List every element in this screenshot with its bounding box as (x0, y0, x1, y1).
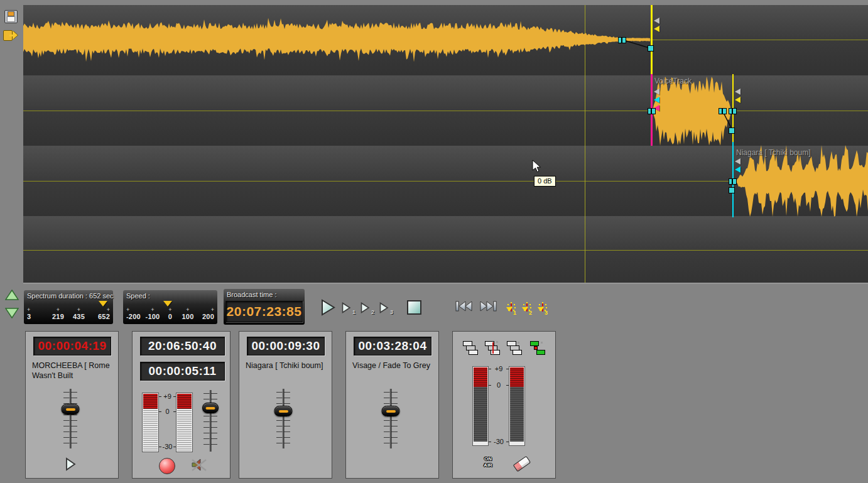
play-button[interactable] (321, 299, 335, 316)
crossfade-mode-1-button[interactable] (463, 340, 479, 354)
fader-rail (390, 389, 392, 448)
play-3-button[interactable]: 3 (379, 302, 392, 315)
cue-line-yellow-track1[interactable] (651, 5, 653, 74)
set-marker-1-button[interactable]: 1 (506, 302, 516, 316)
meter-scale-bottom: -30 (159, 443, 176, 450)
meter-dark-zone (474, 387, 487, 442)
marker-gray-track3[interactable] (735, 158, 741, 165)
set-marker-3-button[interactable]: 3 (538, 302, 548, 316)
scale-label: +9 (163, 393, 171, 400)
mouse-cursor (532, 160, 541, 173)
envelope-handle[interactable] (648, 45, 654, 52)
on-air-button[interactable]: ON AIR (480, 456, 496, 471)
player-4-panel: 00:03:28:04 Visage / Fade To Grey (345, 331, 439, 479)
player-3-panel: 00:00:09:30 Niagara [ Tchiki boum] (239, 331, 332, 479)
broadcast-time-label: Broadcast time : (227, 291, 276, 298)
zoom-out-button[interactable] (5, 307, 19, 318)
player-1-title: MORCHEEBA [ Rome Wasn't Built (32, 361, 113, 381)
player-1-play-button[interactable] (65, 457, 76, 471)
player-4-title: Visage / Fade To Grey (352, 361, 433, 371)
marker-triangle (522, 307, 528, 315)
play-1-number: 1 (352, 309, 355, 315)
tick-mark: + (161, 307, 179, 313)
envelope-handle[interactable] (648, 108, 656, 114)
fader-rail (283, 389, 285, 448)
marker-2-number: 2 (529, 310, 532, 316)
fader-knob[interactable] (202, 403, 219, 413)
marker-gray-track2-end[interactable] (735, 89, 741, 95)
meter-red-zone (510, 367, 524, 387)
skip-back-button[interactable] (455, 300, 472, 313)
export-arrow-icon (13, 31, 22, 40)
envelope-handle[interactable] (618, 37, 626, 43)
track3-label: Niagara [ Tchiki boum] (736, 148, 811, 157)
fader-knob[interactable] (62, 404, 80, 415)
marker-gray-track1[interactable] (654, 18, 659, 24)
duration-slider-pointer[interactable] (99, 301, 107, 307)
meter-red-zone (474, 367, 487, 387)
envelope-handle[interactable] (729, 128, 735, 134)
speed-slider-labels: -200 -100 0 100 200 (126, 313, 214, 320)
eraser-button[interactable] (513, 456, 531, 472)
marker-yellow-track2-end[interactable] (735, 97, 741, 103)
play-2-button[interactable]: 2 (361, 302, 373, 315)
tick-mark: + (197, 307, 214, 313)
tick-mark: + (179, 307, 197, 313)
tick-mark: + (68, 307, 89, 313)
duration-tick-label: 652 (89, 313, 110, 320)
crossfade-mode-3-button[interactable] (507, 340, 523, 354)
marker-cyan-track2-start[interactable] (654, 97, 659, 103)
player-2-panel: 20:06:50:40 00:00:05:11 +9 0 -30 (132, 331, 231, 479)
duration-tick-label: 435 (68, 313, 89, 320)
marker-3-number: 3 (545, 310, 548, 316)
player-4-volume-fader[interactable] (377, 392, 404, 445)
fader-rail (210, 390, 212, 452)
player-2-volume-fader[interactable] (199, 393, 222, 448)
stop-button[interactable] (407, 300, 421, 315)
marker-yellow-track1[interactable] (654, 26, 659, 32)
tick-mark: + (89, 307, 110, 313)
speed-slider-pointer[interactable] (163, 301, 172, 307)
marker-cyan-track3[interactable] (735, 166, 741, 173)
speed-tick-label: 100 (179, 313, 197, 320)
meter-scale-top: +9 (159, 393, 176, 400)
meter-dark-zone (510, 387, 524, 442)
player-3-volume-fader[interactable] (269, 392, 297, 445)
meter-lit-zone (143, 409, 158, 451)
fader-knob[interactable] (274, 406, 293, 416)
set-marker-2-button[interactable]: 2 (522, 302, 532, 316)
envelope-handle[interactable] (729, 187, 735, 193)
spectrum-duration-title: Spectrum duration : 652 sec (27, 292, 114, 300)
tick-mark: + (144, 307, 161, 313)
crossfade-mode-2-button[interactable] (485, 340, 501, 354)
marker-triangle (538, 307, 544, 315)
record-button[interactable] (159, 458, 175, 474)
meter-scale-mid: 0 (159, 408, 176, 415)
zoom-in-button[interactable] (5, 290, 19, 301)
spectrum-duration-panel: Spectrum duration : 652 sec + + + + 3 21… (24, 290, 113, 324)
player-1-volume-fader[interactable] (57, 392, 84, 445)
player-1-clock: 00:00:04:19 (33, 337, 111, 355)
mix-editor-window: VoiceTrack Niagara [ Tchiki boum] 0 dB S… (0, 0, 868, 483)
envelope-handle[interactable] (729, 108, 737, 114)
speaker-muted-icon[interactable] (191, 458, 207, 472)
skip-forward-button[interactable] (480, 300, 497, 313)
envelope-handle[interactable] (719, 108, 727, 114)
meter-floor-zone (510, 442, 524, 445)
speed-tick-label: -200 (126, 313, 144, 320)
fader-knob[interactable] (382, 406, 400, 416)
play-1-button[interactable]: 1 (342, 302, 354, 315)
marker-gray-track2-start[interactable] (654, 89, 659, 95)
floppy-shutter (8, 11, 14, 16)
export-icon[interactable] (3, 29, 18, 41)
speed-tick-label: 0 (161, 313, 179, 320)
crossfade-mode-4-button[interactable] (529, 340, 545, 354)
save-icon[interactable] (4, 10, 18, 23)
player-2-clock-elapsed: 00:00:05:11 (140, 362, 225, 381)
marker-triangle (506, 307, 513, 315)
spectrum-editor[interactable]: VoiceTrack Niagara [ Tchiki boum] 0 dB (23, 5, 868, 284)
player-3-clock: 00:00:09:30 (247, 337, 325, 355)
envelope-handle[interactable] (729, 178, 737, 185)
meter-lit-zone (177, 409, 192, 451)
player-2-vu-meter-left (143, 393, 158, 452)
